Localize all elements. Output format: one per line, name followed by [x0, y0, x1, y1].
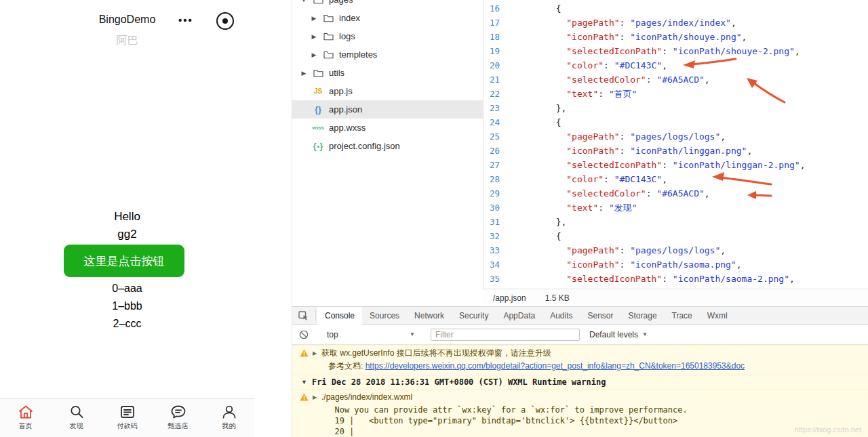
tab-trace[interactable]: Trace	[665, 307, 700, 324]
clear-console-icon[interactable]	[292, 330, 315, 339]
code-token: "selectedIconPath"	[566, 160, 662, 170]
tree-item-logs[interactable]: ▶logs	[292, 27, 483, 45]
code-line: 31 },	[484, 215, 868, 229]
chevron-right-icon[interactable]: ▶	[313, 392, 319, 403]
tree-item-project.config.json[interactable]: {}project.config.json	[292, 137, 483, 155]
code-line: 19 "selectedIconPath": "iconPath/shouye-…	[484, 44, 868, 58]
line-number: 33	[484, 243, 513, 257]
tab-network[interactable]: Network	[407, 307, 452, 324]
primary-action-button[interactable]: 这里是点击按钮	[64, 245, 184, 277]
watermark: https://blog.csdn.net	[795, 425, 861, 434]
code-token: "iconPath/shouye-2.png"	[673, 46, 795, 56]
chevron-right-icon[interactable]: ▶	[311, 33, 317, 40]
tree-item-app.js[interactable]: JSapp.js	[292, 82, 483, 100]
code-text: {	[513, 115, 561, 129]
chevron-right-icon[interactable]: ▶	[313, 348, 319, 359]
chevron-down-icon[interactable]: ▼	[301, 379, 307, 386]
inspect-element-icon[interactable]	[292, 307, 314, 324]
code-token: {	[556, 231, 561, 241]
code-line: 25 "pagePath": "pages/logs/logs",	[484, 129, 868, 144]
tabbar-item-paycode[interactable]: 付款码	[102, 399, 153, 437]
tabbar-label: 我的	[222, 421, 236, 431]
js-file-icon: JS	[311, 87, 325, 95]
tree-item-templetes[interactable]: ▶templetes	[292, 45, 483, 64]
console-warning-message: ▶获取 wx.getUserInfo 接口后续将不再出现授权弹窗，请注意升级参考…	[292, 345, 868, 375]
code-token: :	[604, 60, 614, 70]
code-line: 33 "pagePath": "pages/logs/logs",	[484, 243, 868, 257]
code-token: "iconPath/linggan-2.png"	[673, 160, 800, 170]
chevron-right-icon[interactable]: ▶	[300, 70, 307, 77]
console-group-header[interactable]: ▼Fri Dec 28 2018 11:36:31 GMT+0800 (CST)…	[292, 375, 868, 389]
code-token: "发现"	[609, 203, 637, 213]
line-number: 31	[484, 215, 513, 229]
news-list: 0–aaa1–bbb2–ccc	[0, 280, 254, 333]
tabbar-item-discover[interactable]: 发现	[51, 399, 102, 437]
menu-dots-icon[interactable]: •••	[178, 14, 193, 26]
code-token: :	[646, 188, 657, 199]
tree-item-utils[interactable]: ▶utils	[292, 64, 483, 82]
code-text: "selectedColor": "#6A5ACD",	[513, 72, 710, 87]
code-token: "pagePath"	[566, 245, 619, 255]
tab-sources[interactable]: Sources	[362, 307, 407, 324]
code-token: "#6A5ACD"	[656, 188, 704, 199]
file-label: project.config.json	[329, 141, 400, 151]
code-token: :	[620, 146, 631, 156]
status-file-path: /app.json	[493, 293, 526, 303]
capsule-home-icon[interactable]	[216, 12, 234, 30]
warning-icon	[300, 393, 309, 404]
tree-item-app.wxss[interactable]: wxssapp.wxss	[292, 119, 483, 137]
code-token: "首页"	[609, 89, 637, 99]
tree-item-pages[interactable]: ▼pages	[292, 0, 483, 9]
chevron-right-icon[interactable]: ▶	[311, 15, 317, 22]
code-line: 30 "text": "发现"	[484, 201, 868, 215]
code-token: "#DC143C"	[614, 60, 662, 70]
chevron-right-icon[interactable]: ▶	[311, 51, 317, 58]
tab-console[interactable]: Console	[317, 307, 362, 324]
code-line: 20 "color": "#DC143C",	[484, 58, 868, 72]
tabbar-item-home[interactable]: 首页	[0, 399, 51, 437]
tab-audits[interactable]: Audits	[542, 307, 580, 324]
file-label: app.wxss	[329, 123, 366, 133]
line-number: 29	[484, 186, 513, 201]
code-token: "selectedIconPath"	[566, 274, 662, 284]
tree-item-index[interactable]: ▶index	[292, 9, 483, 27]
doc-link[interactable]: https://developers.weixin.qq.com/blogdet…	[366, 361, 745, 371]
code-token: :	[662, 160, 673, 170]
log-levels-select[interactable]: Default levels ▼	[589, 330, 648, 339]
code-token: "pages/logs/logs"	[630, 131, 720, 142]
code-token: "iconPath"	[566, 32, 619, 42]
chevron-down-icon[interactable]: ▼	[300, 0, 307, 3]
code-editor[interactable]: 16 {17 "pagePath": "pages/index/index",1…	[483, 0, 868, 289]
tab-security[interactable]: Security	[452, 307, 496, 324]
warning-first-row: ▶获取 wx.getUserInfo 接口后续将不再出现授权弹窗，请注意升级	[292, 348, 868, 360]
context-select[interactable]: top ▼	[319, 330, 420, 339]
code-token: "iconPath/linggan.png"	[630, 146, 747, 156]
chevron-down-icon: ▼	[642, 331, 648, 337]
tab-sensor[interactable]: Sensor	[580, 307, 621, 324]
tree-item-app.json[interactable]: {}app.json	[292, 100, 483, 119]
code-token: ,	[736, 259, 742, 270]
code-token: ,	[662, 60, 667, 70]
tabbar-item-profile[interactable]: 我的	[203, 399, 254, 437]
tab-storage[interactable]: Storage	[621, 307, 665, 324]
profile-icon	[220, 403, 238, 421]
code-line: 35 "selectedIconPath": "iconPath/saoma-2…	[484, 272, 868, 286]
tabbar-item-store[interactable]: 甄选店	[153, 399, 203, 437]
home-icon	[17, 403, 35, 421]
code-token: },	[556, 103, 567, 113]
code-text: {	[513, 229, 561, 243]
tab-appdata[interactable]: AppData	[496, 307, 542, 324]
line-number: 16	[484, 1, 513, 16]
code-text: "selectedColor": "#6A5ACD",	[513, 186, 710, 201]
code-token: {	[556, 3, 561, 14]
console-toolbar: top ▼ Default levels ▼	[292, 325, 868, 345]
devtools-tabbar: ConsoleSourcesNetworkSecurityAppDataAudi…	[292, 307, 868, 325]
code-text: "pagePath": "pages/logs/logs",	[513, 243, 726, 257]
code-text: "color": "#DC143C",	[513, 58, 667, 72]
code-line: 22 "text": "首页"	[484, 87, 868, 101]
filter-input[interactable]	[431, 329, 580, 341]
code-token: ,	[747, 146, 752, 156]
folder-icon	[311, 69, 325, 77]
code-token: "pages/index/index"	[630, 18, 731, 28]
tab-wxml[interactable]: Wxml	[700, 307, 735, 324]
